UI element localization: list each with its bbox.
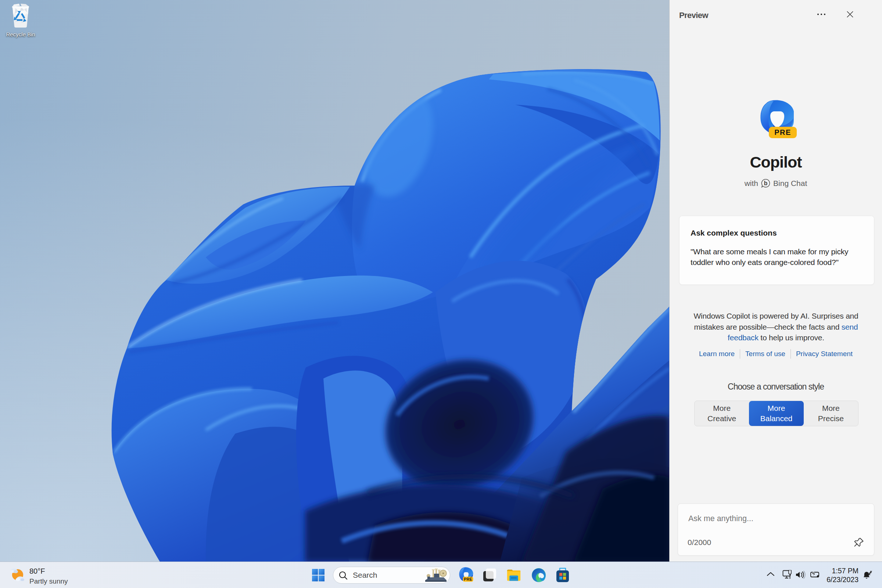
svg-text:b: b [764,180,768,186]
svg-text:PRE: PRE [464,577,472,581]
